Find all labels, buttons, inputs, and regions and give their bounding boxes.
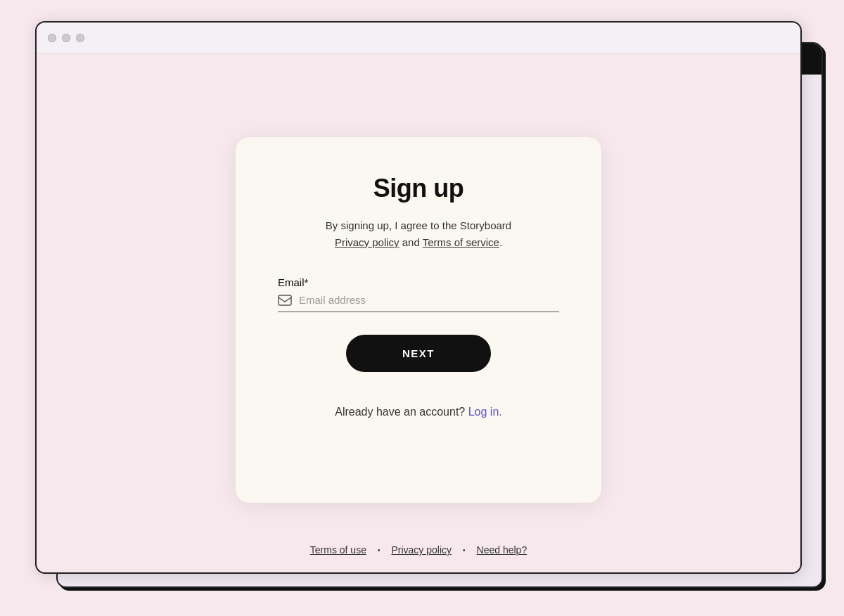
footer-help-link[interactable]: Need help?: [477, 544, 528, 556]
footer-terms-link[interactable]: Terms of use: [310, 544, 366, 556]
login-link[interactable]: Log in.: [468, 406, 502, 418]
svg-rect-0: [279, 295, 291, 305]
main-browser-window: Sign up By signing up, I agree to the St…: [35, 21, 802, 574]
email-label: Email*: [278, 276, 559, 288]
title-bar: [37, 23, 800, 53]
footer-dot-2: •: [463, 546, 466, 554]
next-button[interactable]: NEXT: [346, 335, 491, 372]
email-input-wrapper: [278, 294, 559, 312]
subtitle-period: .: [499, 236, 502, 248]
login-prompt-text: Already have an account?: [335, 406, 465, 418]
traffic-light-minimize[interactable]: [62, 34, 70, 42]
signup-title: Sign up: [373, 174, 463, 203]
footer-links: Terms of use • Privacy policy • Need hel…: [37, 544, 800, 556]
email-input[interactable]: [299, 294, 559, 306]
signup-card: Sign up By signing up, I agree to the St…: [236, 137, 601, 503]
login-prompt: Already have an account? Log in.: [335, 406, 502, 418]
envelope-icon: [278, 295, 292, 306]
browser-content: Sign up By signing up, I agree to the St…: [37, 53, 800, 572]
signup-subtitle: By signing up, I agree to the Storyboard…: [326, 217, 511, 251]
traffic-light-maximize[interactable]: [76, 34, 84, 42]
traffic-light-close[interactable]: [48, 34, 56, 42]
footer-privacy-link[interactable]: Privacy policy: [391, 544, 452, 556]
subtitle-prefix-text: By signing up, I agree to the Storyboard: [326, 219, 511, 231]
email-form-section: Email*: [278, 276, 559, 312]
footer-dot-1: •: [378, 546, 381, 554]
privacy-policy-link[interactable]: Privacy policy: [335, 236, 399, 248]
subtitle-and-text: and: [402, 236, 420, 248]
terms-of-service-link[interactable]: Terms of service: [423, 236, 499, 248]
